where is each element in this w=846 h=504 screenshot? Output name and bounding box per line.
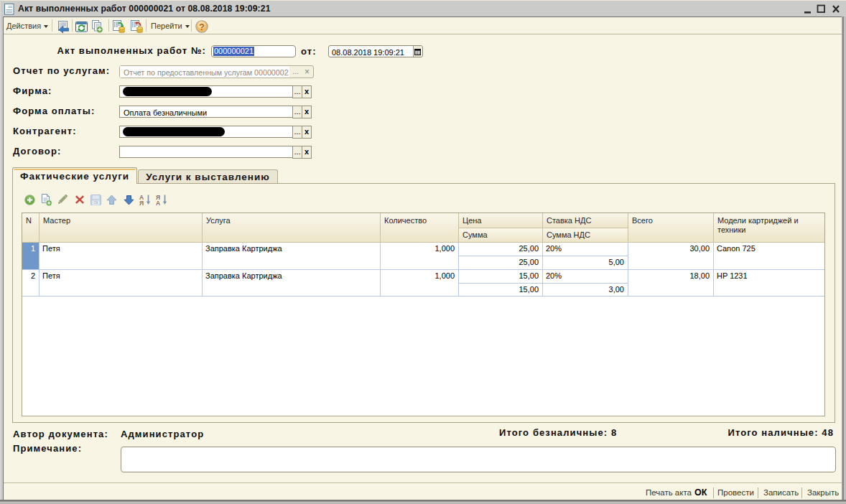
- svg-text:?: ?: [199, 22, 205, 32]
